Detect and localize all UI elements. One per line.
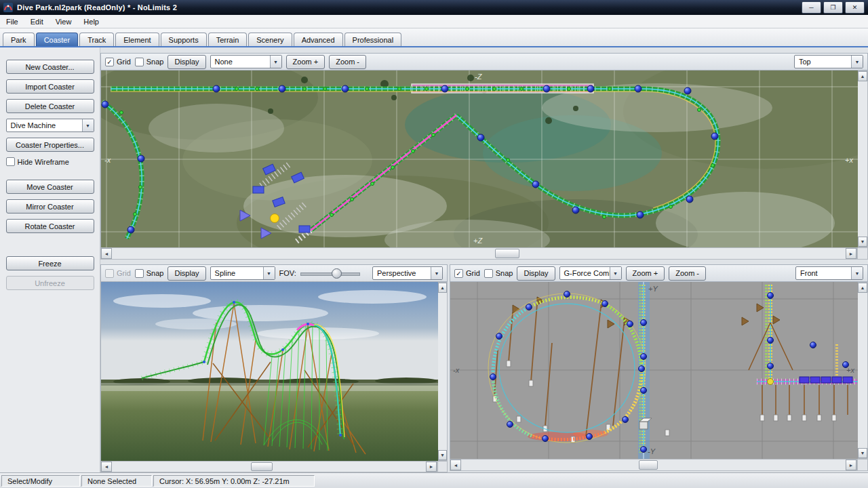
top-display-button[interactable]: Display xyxy=(167,55,205,69)
menu-file[interactable]: File xyxy=(0,16,24,27)
front-view-select[interactable]: Front ▼ xyxy=(795,266,863,280)
menu-view[interactable]: View xyxy=(50,16,78,27)
front-zoom-out-button[interactable]: Zoom - xyxy=(669,266,706,281)
axis-label-plus-x: +x xyxy=(845,156,853,164)
minimize-button[interactable]: ─ xyxy=(802,1,821,14)
persp-horizontal-scrollbar[interactable]: ◄ ► xyxy=(100,461,437,472)
perspective-canvas[interactable] xyxy=(100,282,437,461)
scroll-down-arrow[interactable]: ▼ xyxy=(858,237,867,247)
menu-help[interactable]: Help xyxy=(77,16,105,27)
viewport-top: ✓ Grid Snap Display None ▼ Zoom + Zoom -… xyxy=(100,53,868,260)
tab-scenery[interactable]: Scenery xyxy=(248,33,292,46)
rotate-coaster-button[interactable]: Rotate Coaster xyxy=(6,219,94,233)
persp-mode-select[interactable]: Spline ▼ xyxy=(210,266,275,280)
fov-slider-track xyxy=(300,272,360,276)
close-button[interactable]: ✕ xyxy=(845,1,865,14)
import-coaster-button[interactable]: Import Coaster xyxy=(6,79,94,94)
scrollbar-corner xyxy=(857,459,868,471)
top-vertical-scrollbar[interactable]: ▲ ▼ xyxy=(857,70,868,247)
front-grid-group: ✓ Grid xyxy=(454,269,480,278)
title-bar[interactable]: Dive Park.nl2park (ReadOnly) * - NoLimit… xyxy=(0,0,868,15)
axis-label-plus-x: +x xyxy=(846,366,854,374)
top-view-toolbar: ✓ Grid Snap Display None ▼ Zoom + Zoom -… xyxy=(100,53,868,70)
front-canvas[interactable]: +Y -Y -x +x xyxy=(450,282,857,459)
front-mode-select[interactable]: G-Force Comb ▼ xyxy=(559,266,622,280)
top-view-canvas[interactable]: -Z +Z -x +x xyxy=(100,70,857,247)
scroll-right-arrow[interactable]: ► xyxy=(846,248,856,259)
top-zoom-out-button[interactable]: Zoom - xyxy=(329,55,366,69)
front-display-button[interactable]: Display xyxy=(517,266,555,281)
maximize-icon: ❐ xyxy=(830,4,835,11)
scroll-left-arrow[interactable]: ◄ xyxy=(101,248,112,259)
top-snap-group: Snap xyxy=(135,58,164,66)
fov-slider-thumb[interactable] xyxy=(332,268,342,279)
front-horizontal-scrollbar[interactable]: ◄ ► xyxy=(450,459,857,471)
tab-terrain[interactable]: Terrain xyxy=(208,33,248,46)
window-title: Dive Park.nl2park (ReadOnly) * - NoLimit… xyxy=(17,3,177,12)
train-cars[interactable] xyxy=(800,377,852,383)
top-grid-checkbox[interactable]: ✓ xyxy=(105,58,114,66)
tab-professional[interactable]: Professional xyxy=(344,33,402,46)
front-vertical-scrollbar[interactable]: ▲ ▼ xyxy=(857,282,868,459)
workspace: New Coaster... Import Coaster Delete Coa… xyxy=(0,47,868,472)
coaster-select[interactable]: Dive Machine ▼ xyxy=(6,119,94,132)
front-grid-label: Grid xyxy=(466,269,480,277)
chevron-down-icon: ▼ xyxy=(851,267,863,279)
scroll-down-arrow[interactable]: ▼ xyxy=(858,448,867,458)
persp-view-select[interactable]: Perspective ▼ xyxy=(372,266,443,280)
new-coaster-button[interactable]: New Coaster... xyxy=(6,60,94,74)
persp-display-button[interactable]: Display xyxy=(167,266,205,281)
chevron-down-icon: ▼ xyxy=(851,56,863,68)
top-view-select[interactable]: Top ▼ xyxy=(794,55,863,68)
top-snap-checkbox[interactable] xyxy=(135,58,144,66)
tab-park[interactable]: Park xyxy=(3,33,35,46)
front-snap-checkbox[interactable] xyxy=(484,269,493,278)
scroll-left-arrow[interactable]: ◄ xyxy=(101,462,112,472)
persp-grid-label: Grid xyxy=(117,269,131,277)
hide-wireframe-checkbox[interactable] xyxy=(6,157,15,166)
scroll-left-arrow[interactable]: ◄ xyxy=(450,460,461,470)
persp-vertical-scrollbar[interactable]: ▲ ▼ xyxy=(437,282,448,461)
scroll-up-arrow[interactable]: ▲ xyxy=(438,283,447,293)
scrollbar-corner xyxy=(857,247,868,260)
coaster-properties-button[interactable]: Coaster Properties... xyxy=(6,138,94,152)
front-toolbar: ✓ Grid Snap Display G-Force Comb ▼ Zoom … xyxy=(450,264,868,282)
scroll-right-arrow[interactable]: ► xyxy=(846,460,856,470)
tab-advanced[interactable]: Advanced xyxy=(294,33,343,46)
tab-track[interactable]: Track xyxy=(79,33,114,46)
axis-label-minus-x: -x xyxy=(104,156,111,164)
scroll-up-arrow[interactable]: ▲ xyxy=(858,283,867,293)
scroll-right-arrow[interactable]: ► xyxy=(426,462,437,472)
scrollbar-thumb[interactable] xyxy=(495,249,519,258)
top-mode-select[interactable]: None ▼ xyxy=(210,55,282,68)
top-horizontal-scrollbar[interactable]: ◄ ► xyxy=(100,247,857,260)
top-zoom-in-button[interactable]: Zoom + xyxy=(286,55,326,69)
scroll-down-arrow[interactable]: ▼ xyxy=(438,450,447,460)
chevron-down-icon: ▼ xyxy=(82,119,94,131)
scrollbar-thumb[interactable] xyxy=(639,460,658,470)
front-grid-checkbox[interactable]: ✓ xyxy=(454,269,463,278)
chevron-down-icon: ▼ xyxy=(610,267,621,279)
persp-grid-checkbox[interactable] xyxy=(105,269,114,278)
chevron-down-icon: ▼ xyxy=(431,267,442,279)
delete-coaster-button[interactable]: Delete Coaster xyxy=(6,99,94,113)
status-cursor: Cursor: X: 56.95m Y: 0.00m Z: -27.21m xyxy=(153,475,315,487)
tab-coaster[interactable]: Coaster xyxy=(36,33,79,46)
freeze-button[interactable]: Freeze xyxy=(6,256,94,270)
close-icon: ✕ xyxy=(852,4,858,11)
fov-slider[interactable] xyxy=(300,267,360,279)
scrollbar-thumb[interactable] xyxy=(251,462,273,471)
front-zoom-in-button[interactable]: Zoom + xyxy=(626,266,665,281)
maximize-button[interactable]: ❐ xyxy=(823,1,843,14)
hide-wireframe-label: Hide Wireframe xyxy=(18,158,69,166)
mirror-coaster-button[interactable]: Mirror Coaster xyxy=(6,199,94,214)
persp-snap-checkbox[interactable] xyxy=(135,269,144,278)
scroll-up-arrow[interactable]: ▲ xyxy=(858,71,867,81)
move-coaster-button[interactable]: Move Coaster xyxy=(6,180,94,194)
fov-label: FOV: xyxy=(279,269,296,277)
tab-element[interactable]: Element xyxy=(115,33,159,46)
tab-supports[interactable]: Supports xyxy=(161,33,207,46)
menu-edit[interactable]: Edit xyxy=(24,16,50,27)
special-node xyxy=(271,214,279,223)
hide-wireframe-checkbox-group: Hide Wireframe xyxy=(6,157,94,166)
